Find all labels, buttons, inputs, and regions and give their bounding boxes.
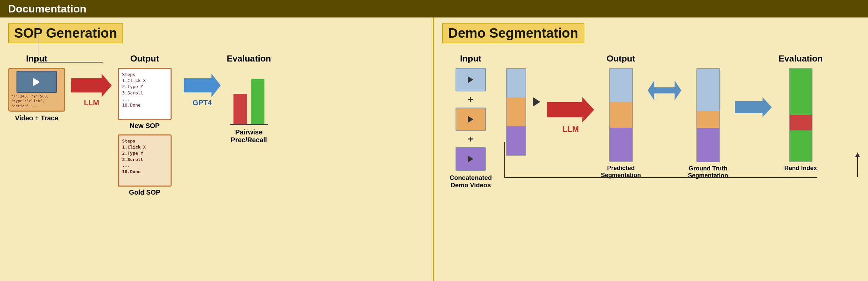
- pairwise-bar-chart: [230, 78, 268, 125]
- plus-1: +: [468, 94, 473, 105]
- play-icon-1: [468, 76, 473, 83]
- gold-sop-content: Steps 1.Click X 2.Type Y 3.Scroll ... 10…: [122, 139, 146, 174]
- rand-green-bot: [789, 131, 812, 161]
- llm-arrow-group: LLM: [71, 74, 112, 107]
- gpt4-arrow-shape: [184, 74, 221, 97]
- video-thumbnail: [17, 71, 57, 93]
- demo-eval-label: Evaluation: [778, 54, 823, 64]
- top-bar: Documentation: [0, 0, 868, 17]
- gold-sop-box: Steps 1.Click X 2.Type Y 3.Scroll ... 10…: [118, 135, 172, 186]
- demo-video-1: [456, 68, 486, 92]
- plus-2: +: [468, 134, 473, 144]
- gold-sop-label: Gold SOP: [118, 188, 172, 196]
- new-sop-group: Steps 1.Click X 2.Type Y 3.Scroll ... 10…: [118, 68, 172, 130]
- fwd-arrow-shape: [735, 97, 772, 117]
- pred-seg-purple: [610, 128, 632, 161]
- demo-section-title: Demo Segmentation: [442, 23, 584, 43]
- rand-index-bar: [789, 68, 812, 162]
- demo-llm-arrow-group: LLM: [547, 97, 594, 134]
- gt-seg-blue: [697, 69, 719, 111]
- main-content: SOP Generation Input "X":240, "Y":503, "…: [0, 17, 868, 281]
- sop-input-label: Input: [26, 54, 48, 64]
- bidir-arrow-group: [648, 80, 681, 101]
- rand-index-label: Rand Index: [784, 165, 817, 172]
- sop-section-title: SOP Generation: [8, 23, 123, 43]
- trace-text: "X":240, "Y":503, "type":"click", "actio…: [11, 94, 62, 109]
- pred-seg-orange: [610, 102, 632, 128]
- pred-seg-blue: [610, 69, 632, 102]
- fwd-arrow-group: [735, 97, 772, 117]
- demo-video-3: [456, 147, 486, 171]
- demo-video-2: [456, 108, 486, 131]
- rand-index-col: Evaluation Rand Index: [778, 54, 823, 172]
- top-bar-label: Documentation: [8, 3, 87, 15]
- concat-play-group: [533, 97, 540, 107]
- llm-arrow-shape: [71, 74, 112, 97]
- concat-blue: [507, 69, 526, 98]
- predicted-seg-label: Predicted Segmentation: [601, 165, 641, 179]
- demo-input-col: Input + + Concatenated Demo Videos: [442, 54, 499, 189]
- concat-orange: [507, 98, 526, 126]
- llm-arrow-label: LLM: [84, 99, 99, 107]
- ground-truth-label: Ground Truth Segmentation: [688, 165, 728, 179]
- sop-eval-label: Evaluation: [227, 54, 271, 64]
- gt-seg-purple: [697, 128, 719, 162]
- bar-green: [251, 79, 265, 124]
- sop-eval-col: Evaluation Pairwise Prec/Recall: [227, 54, 271, 144]
- play-icon: [33, 78, 40, 86]
- demo-llm-arrow-shape: [547, 97, 594, 122]
- demo-input-label: Input: [460, 54, 482, 64]
- video-trace-label: Video + Trace: [15, 114, 58, 122]
- gt-seg-orange: [697, 111, 719, 128]
- pairwise-label: Pairwise Prec/Recall: [231, 129, 267, 144]
- new-sop-label: New SOP: [118, 122, 172, 130]
- predicted-seg-bar: [609, 68, 633, 162]
- rand-green-top: [789, 69, 812, 115]
- concat-bar-col: [506, 68, 526, 155]
- concat-bar: [506, 68, 526, 155]
- demo-videos-col: + +: [456, 68, 486, 171]
- sop-output-label: Output: [130, 54, 159, 64]
- play-icon-2: [468, 116, 473, 123]
- sop-input-col: Input "X":240, "Y":503, "type":"click", …: [8, 54, 65, 122]
- concat-label: Concatenated Demo Videos: [450, 174, 492, 189]
- sop-input-box: "X":240, "Y":503, "type":"click", "actio…: [8, 68, 65, 112]
- bar-red: [234, 94, 247, 124]
- demo-output-col: Output Predicted Segmentation: [601, 54, 641, 179]
- rand-red: [789, 115, 812, 131]
- gold-sop-group: Steps 1.Click X 2.Type Y 3.Scroll ... 10…: [118, 135, 172, 196]
- gpt4-arrow-group: GPT4: [184, 74, 221, 107]
- new-sop-content: Steps 1.Click X 2.Type Y 3.Scroll ... 10…: [122, 72, 146, 108]
- bidir-arrow-shape: [648, 80, 681, 101]
- demo-output-label: Output: [607, 54, 635, 64]
- ground-truth-col: Ground Truth Segmentation: [688, 54, 728, 179]
- concat-play-icon: [533, 97, 540, 107]
- sop-output-boxes: Steps 1.Click X 2.Type Y 3.Scroll ... 10…: [118, 68, 172, 196]
- concat-purple: [507, 127, 526, 155]
- ground-truth-bar: [696, 68, 720, 162]
- demo-panel: Demo Segmentation Input + +: [434, 17, 868, 281]
- play-icon-3: [468, 155, 473, 162]
- sop-panel: SOP Generation Input "X":240, "Y":503, "…: [0, 17, 434, 281]
- new-sop-box: Steps 1.Click X 2.Type Y 3.Scroll ... 10…: [118, 68, 172, 120]
- gpt4-label: GPT4: [192, 99, 212, 107]
- sop-output-col: Output Steps 1.Click X 2.Type Y 3.Scroll…: [118, 54, 172, 196]
- demo-llm-label: LLM: [562, 125, 579, 134]
